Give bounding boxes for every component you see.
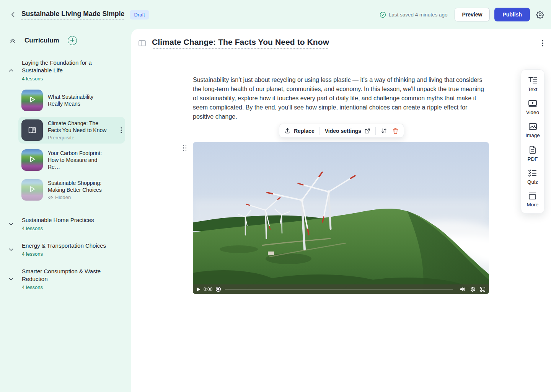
lesson-text: Sustainable Shopping: Making Better Choi… (48, 180, 122, 200)
reorder-block-button[interactable] (381, 127, 387, 134)
reading-lesson-icon-tile (21, 119, 43, 141)
course-title[interactable]: Sustainable Living Made Simple (21, 10, 124, 20)
lesson-row-climate-change[interactable]: Climate Change: The Facts You Need to Kn… (18, 117, 125, 144)
section-row-foundation[interactable]: Laying the Foundation for a Sustainable … (8, 59, 125, 82)
gear-icon (470, 286, 476, 292)
double-chevron-up-icon (9, 37, 16, 44)
block-drag-handle[interactable] (182, 144, 188, 152)
insert-image-button[interactable]: Image (525, 122, 540, 138)
toggle-sidebar-button[interactable] (139, 40, 146, 46)
book-icon (27, 125, 37, 135)
insert-quiz-button[interactable]: Quiz (527, 169, 538, 185)
video-still-wind-turbines (193, 142, 489, 294)
toolbar-divider (375, 127, 376, 135)
insert-quiz-label: Quiz (527, 179, 538, 185)
progress-track[interactable] (225, 289, 453, 290)
chevron-left-icon (10, 11, 16, 18)
chevron-down-icon (8, 247, 15, 253)
section-title: Energy & Transportation Choices (22, 242, 106, 250)
lessons-list: What Sustainability Really Means Climate… (18, 87, 125, 203)
play-icon (28, 185, 36, 195)
plus-icon (70, 38, 75, 42)
section-title: Laying the Foundation for a Sustainable … (22, 59, 98, 74)
page-title[interactable]: Climate Change: The Facts You Need to Kn… (152, 38, 329, 49)
section-titles: Sustainable Home Practices 4 lessons (22, 216, 94, 231)
scrubber-handle[interactable] (215, 286, 221, 292)
video-thumbnail (21, 149, 43, 171)
lesson-row-what-sustainability[interactable]: What Sustainability Really Means (18, 87, 125, 114)
video-settings-button[interactable]: Video settings (325, 128, 370, 134)
section-lessons-count: 4 lessons (22, 76, 98, 82)
section-row-energy-transportation[interactable]: Energy & Transportation Choices 4 lesson… (8, 242, 125, 257)
player-settings-button[interactable] (470, 286, 476, 292)
insert-text-label: Text (528, 87, 538, 92)
play-icon (196, 287, 201, 292)
back-button[interactable] (8, 9, 18, 20)
gear-icon (536, 11, 544, 19)
insert-text-button[interactable]: Text (528, 76, 538, 92)
section-titles: Energy & Transportation Choices 4 lesson… (22, 242, 106, 257)
fullscreen-button[interactable] (480, 286, 486, 292)
move-up-down-icon (381, 127, 387, 134)
lesson-options-button[interactable] (542, 40, 543, 47)
lesson-hidden-label: Hidden (48, 194, 122, 200)
lesson-text: What Sustainability Really Means (48, 93, 122, 107)
collapse-all-button[interactable] (9, 37, 16, 44)
lesson-title: Climate Change: The Facts You Need to Kn… (48, 120, 110, 134)
toolbar-divider (320, 127, 320, 135)
video-player[interactable]: 0:00 (193, 142, 489, 294)
curriculum-sidebar: Curriculum Laying the Foundation for a S… (0, 29, 131, 392)
section-title: Sustainable Home Practices (22, 216, 94, 224)
lesson-title: Your Carbon Footprint: How to Measure an… (48, 150, 110, 170)
player-right-controls (460, 286, 486, 292)
curriculum-section: Sustainable Home Practices 4 lessons (8, 216, 125, 231)
preview-button[interactable]: Preview (455, 8, 490, 21)
kebab-icon (542, 40, 543, 47)
delete-block-button[interactable] (392, 127, 399, 134)
lesson-header: Climate Change: The Facts You Need to Kn… (139, 38, 543, 49)
chevron-down-icon (8, 221, 15, 227)
lesson-text: Climate Change: The Facts You Need to Kn… (48, 120, 116, 140)
lesson-text: Your Carbon Footprint: How to Measure an… (48, 150, 122, 170)
panel-layout-icon (139, 40, 146, 46)
insert-more-button[interactable]: More (527, 192, 539, 207)
section-title: Smarter Consumption & Waste Reduction (22, 268, 104, 283)
section-row-smarter-consumption[interactable]: Smarter Consumption & Waste Reduction 4 … (8, 268, 125, 290)
curriculum-header: Curriculum (9, 36, 125, 45)
hidden-label-text: Hidden (55, 194, 71, 200)
lesson-title: Sustainable Shopping: Making Better Choi… (48, 180, 110, 193)
publish-button[interactable]: Publish (494, 8, 530, 21)
video-block-toolbar: Replace Video settings (279, 124, 404, 138)
eye-off-icon (48, 195, 53, 200)
replace-video-button[interactable]: Replace (284, 127, 315, 134)
insert-more-label: More (527, 202, 539, 207)
video-settings-label: Video settings (325, 128, 361, 134)
insert-video-button[interactable]: Video (526, 100, 539, 115)
text-icon (528, 76, 538, 85)
more-blocks-icon (528, 192, 537, 200)
fullscreen-icon (480, 286, 486, 292)
settings-button[interactable] (536, 11, 544, 19)
section-row-home-practices[interactable]: Sustainable Home Practices 4 lessons (8, 216, 125, 231)
lesson-prerequisite-label: Prerequisite (48, 135, 116, 140)
curriculum-section: Laying the Foundation for a Sustainable … (8, 59, 125, 203)
insert-pdf-button[interactable]: PDF (528, 145, 538, 162)
curriculum-section: Energy & Transportation Choices 4 lesson… (8, 242, 125, 257)
lesson-intro-paragraph[interactable]: Sustainability isn’t just about recyclin… (193, 75, 490, 121)
trash-icon (392, 127, 399, 134)
quiz-icon (528, 169, 537, 177)
section-titles: Laying the Foundation for a Sustainable … (22, 59, 98, 82)
check-circle-icon (380, 11, 386, 18)
add-section-button[interactable] (68, 36, 77, 45)
insert-video-label: Video (526, 109, 539, 115)
volume-button[interactable] (460, 287, 466, 292)
insert-block-toolbar: Text Video Image PDF Quiz More (521, 69, 544, 214)
curriculum-title: Curriculum (24, 37, 59, 44)
lesson-row-carbon-footprint[interactable]: Your Carbon Footprint: How to Measure an… (18, 147, 125, 173)
volume-icon (460, 287, 466, 292)
video-thumbnail (21, 90, 43, 111)
course-editor-screen: Sustainable Living Made Simple Draft Las… (0, 0, 551, 392)
lesson-menu-button[interactable] (121, 127, 122, 133)
play-button[interactable] (196, 287, 201, 292)
lesson-row-sustainable-shopping[interactable]: Sustainable Shopping: Making Better Choi… (18, 176, 125, 203)
